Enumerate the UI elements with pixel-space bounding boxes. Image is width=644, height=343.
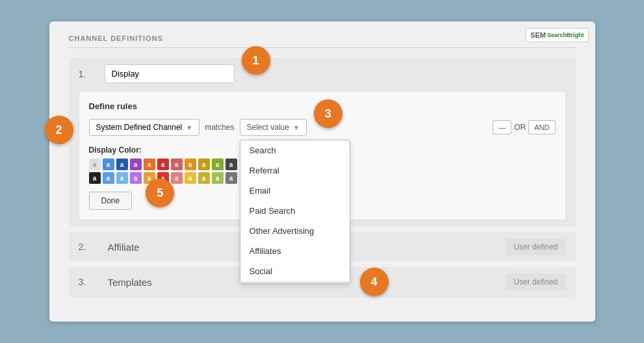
- dropdown-item-other-advertising[interactable]: Other Advertising: [240, 221, 350, 241]
- color-swatch-1-6[interactable]: a: [157, 159, 169, 170]
- logo-company: SearchBright: [547, 32, 584, 38]
- color-swatch-1-4[interactable]: a: [130, 159, 142, 170]
- color-swatch-2-1[interactable]: a: [89, 172, 101, 184]
- panel-title: CHANNEL DEFINITIONS: [69, 34, 576, 48]
- select-value-container: Select value ▼ 3 Search Referral Email P: [240, 119, 307, 136]
- color-swatch-2-8[interactable]: a: [185, 172, 196, 184]
- rule-logic-buttons: — OR AND: [493, 120, 555, 134]
- minus-button[interactable]: —: [493, 120, 511, 134]
- dropdown-item-referral[interactable]: Referral: [240, 160, 350, 181]
- rules-row: 2 System Defined Channel ▼ matches Selec…: [89, 119, 556, 136]
- annotation-1: 1: [242, 46, 270, 75]
- color-swatch-1-8[interactable]: a: [185, 159, 196, 170]
- dropdown-item-email[interactable]: Email: [240, 181, 350, 201]
- row-number-1: 1.: [79, 69, 92, 79]
- annotation-4: 4: [360, 268, 389, 296]
- annotation-5: 5: [146, 179, 174, 207]
- annotation-3: 3: [314, 99, 342, 128]
- done-button-container: Done 5: [89, 192, 133, 210]
- channel-name-input[interactable]: [105, 64, 235, 83]
- color-swatch-1-9[interactable]: a: [198, 159, 210, 170]
- or-label: OR: [514, 123, 526, 132]
- dropdown-item-affiliates[interactable]: Affiliates: [240, 241, 350, 261]
- dropdown-item-display[interactable]: Display: [240, 281, 350, 283]
- color-swatch-2-2[interactable]: a: [103, 172, 114, 184]
- color-swatch-2-10[interactable]: a: [212, 172, 224, 184]
- dropdown-scroll-area[interactable]: Search Referral Email Paid Search Other …: [240, 140, 350, 283]
- channel-row-1: 1. 1 Define rules 2 System Defined Chann…: [69, 58, 576, 227]
- color-swatch-1-3[interactable]: a: [116, 159, 128, 170]
- annotation-2: 2: [45, 116, 73, 144]
- color-swatch-1-2[interactable]: a: [103, 159, 114, 170]
- row-number-2: 2.: [79, 242, 92, 252]
- main-panel: SEM SearchBright CHANNEL DEFINITIONS 1. …: [49, 21, 595, 322]
- color-swatch-1-1[interactable]: a: [89, 159, 101, 170]
- color-swatch-1-7[interactable]: a: [171, 159, 183, 170]
- row-number-3: 3.: [79, 277, 92, 287]
- done-button[interactable]: Done: [89, 192, 133, 210]
- channel-type-selector[interactable]: System Defined Channel ▼: [89, 119, 200, 136]
- color-swatch-1-11[interactable]: a: [225, 159, 237, 170]
- channel-name-2: Affiliate: [108, 242, 140, 253]
- user-defined-badge-3: User defined: [506, 273, 565, 290]
- dropdown-item-search[interactable]: Search: [240, 140, 350, 160]
- color-swatch-2-11[interactable]: a: [225, 172, 237, 184]
- dropdown-item-social[interactable]: Social: [240, 261, 350, 281]
- and-button[interactable]: AND: [528, 120, 555, 134]
- dropdown-menu: Search Referral Email Paid Search Other …: [240, 140, 350, 284]
- color-swatch-1-5[interactable]: a: [144, 159, 155, 170]
- color-swatch-2-3[interactable]: a: [116, 172, 128, 184]
- logo-sem: SEM: [530, 31, 546, 39]
- dropdown-arrow-icon: ▼: [186, 124, 192, 131]
- color-swatch-1-10[interactable]: a: [212, 159, 224, 170]
- select-value-button[interactable]: Select value ▼: [240, 119, 307, 136]
- color-swatch-2-7[interactable]: a: [171, 172, 183, 184]
- color-swatch-2-9[interactable]: a: [198, 172, 210, 184]
- select-value-arrow-icon: ▼: [293, 124, 300, 131]
- channel-name-3: Templates: [108, 277, 152, 288]
- user-defined-badge-2: User defined: [506, 238, 565, 255]
- color-swatch-2-4[interactable]: a: [130, 172, 142, 184]
- logo: SEM SearchBright: [526, 28, 588, 42]
- operator-label: matches: [205, 123, 234, 132]
- dropdown-item-paid-search[interactable]: Paid Search: [240, 201, 350, 221]
